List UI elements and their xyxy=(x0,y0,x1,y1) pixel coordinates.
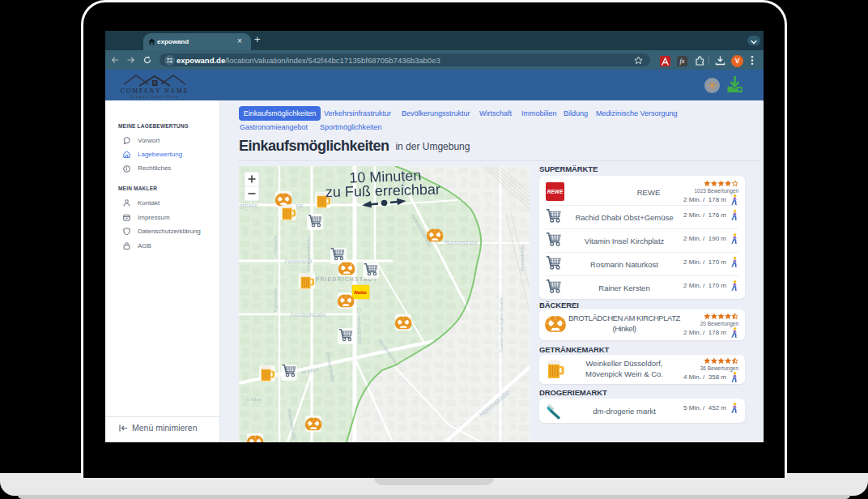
svg-text:Fahrstraße: Fahrstraße xyxy=(273,288,278,312)
svg-text:Talstraße: Talstraße xyxy=(273,235,278,255)
svg-text:Kirchfeldstraße: Kirchfeldstraße xyxy=(291,312,326,318)
svg-text:Scheurenstraße: Scheurenstraße xyxy=(306,237,311,271)
svg-text:COMPANY NAME: COMPANY NAME xyxy=(121,87,189,95)
svg-text:Slogan Goes Here: Slogan Goes Here xyxy=(130,95,178,99)
svg-text:Bunsenstraße: Bunsenstraße xyxy=(445,240,479,245)
svg-text:zu Fuß erreichbar: zu Fuß erreichbar xyxy=(326,181,441,201)
svg-text:Netto: Netto xyxy=(354,290,367,295)
svg-text:Gustav-Poensgen-Straße: Gustav-Poensgen-Straße xyxy=(499,296,504,352)
svg-text:Arminstraße: Arminstraße xyxy=(520,245,525,271)
svg-text:gstraße: gstraße xyxy=(240,203,257,209)
svg-text:u Allee: u Allee xyxy=(247,397,262,402)
